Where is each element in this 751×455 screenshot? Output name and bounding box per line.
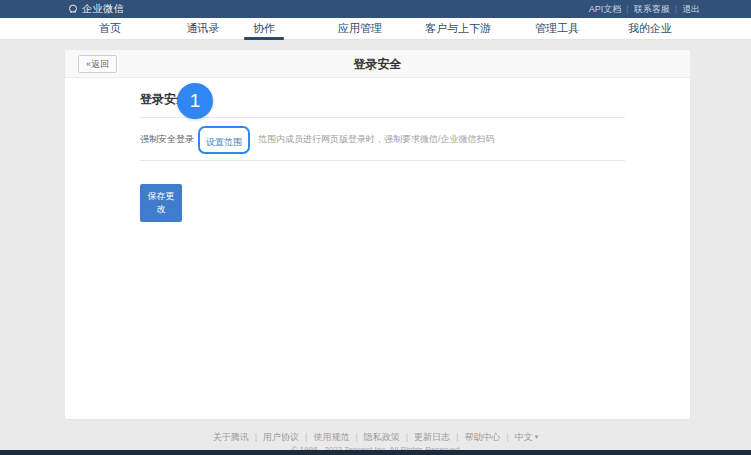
footer-link[interactable]: 帮助中心: [464, 431, 500, 443]
footer-link[interactable]: 用户协议: [263, 431, 299, 443]
nav-tab-6[interactable]: 管理工具: [535, 18, 579, 40]
nav-tab-3[interactable]: 协作: [253, 18, 275, 40]
topbar-separator: |: [675, 4, 677, 14]
setting-description: 范围内成员进行网页版登录时，强制要求微信/企业微信扫码: [258, 133, 495, 146]
setting-label: 强制安全登录: [140, 133, 198, 146]
wechat-work-logo: 企业微信: [68, 2, 124, 16]
footer-separator: |: [255, 431, 257, 443]
topbar-link[interactable]: 退出: [682, 3, 700, 16]
divider: [140, 160, 625, 161]
panel-title: 登录安全: [65, 50, 690, 78]
footer-link[interactable]: 使用规范: [313, 431, 349, 443]
footer-link[interactable]: 关于腾讯: [213, 431, 249, 443]
language-selector[interactable]: 中文▾: [515, 431, 539, 443]
primary-nav: 首页通讯录协作应用管理客户与上下游管理工具我的企业: [0, 18, 751, 40]
footer-separator: |: [456, 431, 458, 443]
logo-text: 企业微信: [82, 2, 124, 16]
nav-tab-5[interactable]: 客户与上下游: [425, 18, 491, 40]
footer-separator: |: [355, 431, 357, 443]
forced-secure-login-row: 强制安全登录 设置范围 范围内成员进行网页版登录时，强制要求微信/企业微信扫码: [140, 126, 625, 153]
footer-separator: |: [506, 431, 508, 443]
footer-link[interactable]: 更新日志: [414, 431, 450, 443]
nav-tab-7[interactable]: 我的企业: [628, 18, 672, 40]
panel-header: «返回 登录安全: [65, 50, 690, 78]
footer-links: 关于腾讯|用户协议|使用规范|隐私政策|更新日志|帮助中心|中文▾: [0, 431, 751, 443]
panel-content: 登录安全 强制安全登录 设置范围 范围内成员进行网页版登录时，强制要求微信/企业…: [65, 91, 690, 222]
topbar: 企业微信 API文档|联系客服|退出: [0, 0, 751, 18]
footer-link[interactable]: 隐私政策: [364, 431, 400, 443]
divider: [140, 117, 625, 118]
annotation-highlight-box: 设置范围: [198, 126, 250, 154]
topbar-link[interactable]: API文档: [589, 3, 622, 16]
nav-tab-4[interactable]: 应用管理: [338, 18, 382, 40]
footer-separator: |: [406, 431, 408, 443]
topbar-links: API文档|联系客服|退出: [589, 3, 700, 16]
topbar-link[interactable]: 联系客服: [634, 3, 670, 16]
language-caret-icon: ▾: [535, 431, 539, 443]
annotation-step-1-marker: 1: [177, 83, 213, 119]
chat-bubble-logo-icon: [68, 4, 78, 14]
set-scope-link[interactable]: 设置范围: [206, 137, 242, 147]
footer-separator: |: [305, 431, 307, 443]
save-changes-button[interactable]: 保存更改: [140, 184, 182, 222]
topbar-separator: |: [626, 4, 628, 14]
login-security-panel: «返回 登录安全 登录安全 强制安全登录 设置范围 范围内成员进行网页版登录时，…: [65, 50, 690, 419]
bottom-window-bar: [0, 450, 751, 455]
nav-tab-2[interactable]: 通讯录: [187, 18, 220, 40]
nav-tab-1[interactable]: 首页: [99, 18, 121, 40]
